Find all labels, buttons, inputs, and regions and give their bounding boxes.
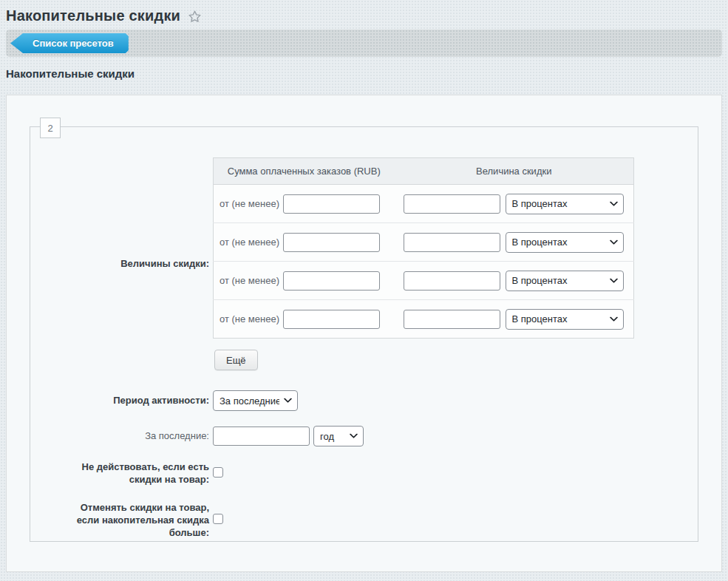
discount-amounts-row: Величины скидки: Сумма оплаченных заказо…: [30, 157, 698, 370]
order-amount-input-1[interactable]: [283, 194, 380, 214]
discount-value-input-1[interactable]: [404, 194, 500, 214]
activity-period-row: Период активности: За последние: [30, 390, 698, 411]
favorite-star-icon[interactable]: [188, 10, 202, 24]
preset-tab-2[interactable]: 2: [40, 118, 61, 138]
section-title: Накопительные скидки: [6, 67, 722, 80]
cancel-product-discount-checkbox[interactable]: [213, 514, 223, 524]
discount-value-input-4[interactable]: [404, 310, 500, 329]
no-apply-if-product-discount-row: Не действовать, если есть скидки на това…: [30, 461, 698, 486]
column-header-discount-value: Величина скидки: [395, 158, 634, 185]
content-panel: 2 Величины скидки: Сумма оплаченных зака…: [6, 95, 722, 572]
no-apply-if-product-discount-checkbox[interactable]: [213, 467, 223, 478]
column-header-order-amount: Сумма оплаченных заказов (RUB): [214, 158, 395, 185]
row-label-from: от (не менее): [220, 313, 279, 325]
discounts-table-header-row: Сумма оплаченных заказов (RUB) Величина …: [214, 158, 634, 185]
row-label-from: от (не менее): [220, 237, 279, 248]
discounts-label: Величины скидки:: [30, 258, 209, 271]
page-header: Накопительные скидки: [0, 0, 728, 28]
discount-row-4: от (не менее) В процентах: [214, 300, 634, 339]
preset-list-button[interactable]: Список пресетов: [10, 33, 129, 53]
row-label-from: от (не менее): [220, 198, 279, 209]
order-amount-input-2[interactable]: [283, 233, 380, 252]
preset-fieldset: 2 Величины скидки: Сумма оплаченных зака…: [30, 126, 698, 542]
discount-row-3: от (не менее) В процентах: [214, 262, 634, 300]
preset-list-button-label: Список пресетов: [33, 38, 114, 49]
discount-value-input-2[interactable]: [404, 233, 500, 252]
row-label-from: от (не менее): [220, 275, 279, 286]
activity-period-select[interactable]: За последние: [213, 390, 298, 411]
last-period-row: За последние: год: [30, 426, 698, 446]
more-button[interactable]: Ещё: [214, 350, 258, 370]
discount-value-input-3[interactable]: [404, 271, 500, 290]
cancel-product-discount-label: Отменять скидки на товар, если накопител…: [30, 502, 209, 539]
order-amount-input-4[interactable]: [283, 310, 380, 329]
last-period-unit-select[interactable]: год: [313, 426, 364, 446]
last-period-label: За последние:: [30, 430, 209, 443]
discount-type-select-1[interactable]: В процентах: [506, 194, 624, 214]
discount-row-2: от (не менее) В процентах: [214, 223, 634, 262]
discount-type-select-3[interactable]: В процентах: [506, 271, 624, 291]
page-title: Накопительные скидки: [6, 7, 180, 24]
page-root: Накопительные скидки Список пресетов Нак…: [0, 0, 728, 572]
last-period-input[interactable]: [213, 427, 310, 446]
toolbar: Список пресетов: [6, 30, 722, 57]
discount-type-select-4[interactable]: В процентах: [506, 309, 624, 330]
order-amount-input-3[interactable]: [283, 271, 380, 290]
discounts-table: Сумма оплаченных заказов (RUB) Величина …: [213, 157, 634, 339]
activity-period-label: Период активности:: [30, 395, 209, 407]
cancel-product-discount-row: Отменять скидки на товар, если накопител…: [30, 502, 698, 539]
discount-row-1: от (не менее) В процентах: [214, 185, 634, 223]
no-apply-if-product-discount-label: Не действовать, если есть скидки на това…: [30, 461, 209, 486]
discount-type-select-2[interactable]: В процентах: [506, 232, 624, 253]
